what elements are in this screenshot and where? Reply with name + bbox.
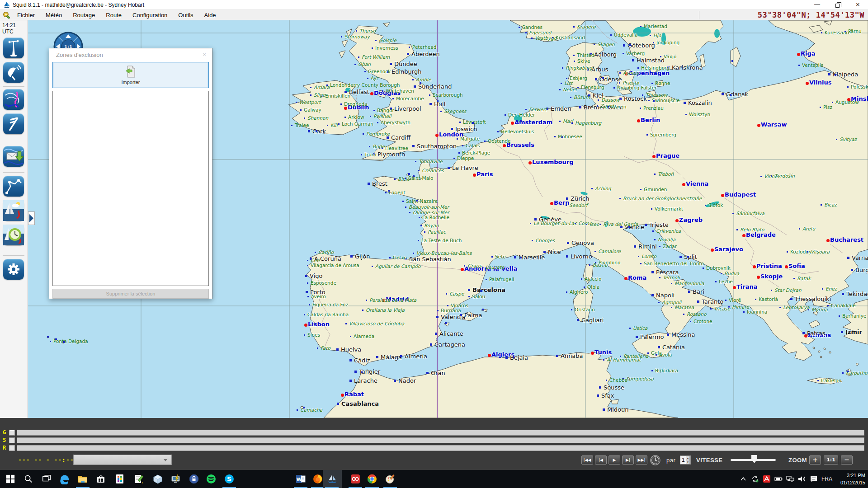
map-label-town: Tralee	[295, 122, 309, 128]
map-label-town: Burhaniye	[842, 313, 866, 319]
exclusion-zones-list[interactable]	[52, 91, 209, 286]
map-label-town: Kárpathos	[846, 370, 868, 375]
zoom-in-button[interactable]: +	[809, 455, 821, 465]
port-dot	[573, 55, 575, 56]
zoom-out-button[interactable]: −	[841, 455, 853, 465]
menu-item-routage[interactable]: Routage	[67, 10, 100, 20]
timeline-toggle-s[interactable]	[9, 437, 15, 443]
timestep-dropdown[interactable]	[73, 455, 172, 465]
tray-network-icon[interactable]	[785, 470, 796, 488]
realtime-clock-button[interactable]	[650, 455, 660, 465]
menu-item-météo[interactable]: Météo	[40, 10, 67, 20]
port-dot	[653, 42, 654, 43]
map-label-town: Fort William	[362, 54, 390, 60]
map-label-town: Tvrdošín	[774, 173, 795, 178]
settings-button[interactable]	[3, 259, 24, 280]
taskbar-chrome[interactable]	[363, 470, 381, 488]
map-label-town: San Benedetto del Tronto	[644, 261, 704, 266]
port-dot	[514, 256, 516, 258]
step-forward-button[interactable]: ▶|	[622, 455, 634, 465]
wind-barb-button[interactable]	[3, 113, 24, 134]
port-dot	[566, 197, 568, 200]
port-dot	[652, 230, 654, 232]
timeline-toggle-r[interactable]	[9, 445, 15, 451]
tray-sync-icon[interactable]	[750, 470, 760, 488]
skip-to-start-button[interactable]: |◀◀	[581, 455, 593, 465]
port-dot	[656, 354, 657, 356]
menu-item-outils[interactable]: Outils	[173, 10, 198, 20]
port-dot	[482, 309, 484, 310]
zoom-reset-button[interactable]: 1:1	[824, 455, 838, 465]
tray-chevron-icon[interactable]	[738, 470, 749, 488]
weather-routing-button[interactable]	[3, 200, 24, 221]
spinner-up-icon[interactable]: ▲	[686, 456, 690, 460]
taskbar-adobe-cc[interactable]	[346, 470, 364, 488]
timeline-track-g[interactable]	[17, 430, 864, 436]
taskbar-store[interactable]	[92, 470, 110, 488]
start-button[interactable]	[1, 470, 19, 488]
tray-avira-icon[interactable]	[761, 470, 772, 488]
restore-button[interactable]	[827, 0, 848, 10]
tray-clock[interactable]: 3:21 PM 01/12/2015	[840, 472, 865, 486]
step-back-button[interactable]: |◀	[595, 455, 607, 465]
skip-to-end-button[interactable]: ▶▶|	[636, 455, 647, 465]
route-edit-button[interactable]	[3, 176, 24, 197]
fronts-analysis-button[interactable]	[3, 89, 24, 110]
capital-dot	[511, 122, 514, 125]
taskbar-office-hub[interactable]	[111, 470, 129, 488]
tray-battery-icon[interactable]	[773, 470, 784, 488]
port-dot	[531, 38, 533, 39]
taskbar-keepass[interactable]	[185, 470, 203, 488]
step-spinner[interactable]: 1 ▲ ▼	[680, 455, 691, 465]
taskbar-edge[interactable]	[56, 470, 74, 488]
tray-notifications-icon[interactable]	[808, 470, 819, 488]
taskbar-3d-app[interactable]	[149, 470, 167, 488]
taskbar-paint[interactable]	[381, 470, 399, 488]
timeline-track-s[interactable]	[17, 437, 864, 443]
map-label-town: Pembroke	[366, 131, 390, 136]
timeline-toggle-g[interactable]	[9, 430, 15, 436]
tray-language-indicator[interactable]: FRA	[820, 470, 834, 488]
search-button[interactable]	[19, 470, 38, 488]
port-dot	[307, 296, 309, 297]
port-dot	[306, 291, 308, 293]
menu-item-aide[interactable]: Aide	[199, 10, 222, 20]
lock-app-icon	[189, 474, 199, 484]
grib-download-button[interactable]	[3, 146, 24, 167]
weather-station-button[interactable]	[3, 38, 24, 58]
delete-selection-button[interactable]: Supprimer la sélection	[52, 289, 209, 299]
taskbar-word[interactable]: W	[292, 470, 310, 488]
taskbar-spotify[interactable]	[202, 470, 220, 488]
task-view-button[interactable]	[38, 470, 56, 488]
menu-item-route[interactable]: Route	[100, 10, 127, 20]
menu-item-fichier[interactable]: Fichier	[12, 10, 40, 20]
satellite-button[interactable]	[3, 62, 24, 83]
import-button[interactable]: Importer	[52, 62, 209, 88]
capital-dot	[652, 155, 656, 158]
dialog-title-bar[interactable]: Zones d'exclusion ×	[49, 48, 212, 61]
port-dot	[437, 100, 439, 102]
play-button[interactable]: ▶	[609, 455, 620, 465]
taskbar-squid-active[interactable]	[323, 470, 342, 488]
taskbar-skype[interactable]: S	[220, 470, 238, 488]
menu-item-configuration[interactable]: Configuration	[127, 10, 173, 20]
taskbar-file-explorer[interactable]	[74, 470, 92, 488]
port-dot	[366, 300, 367, 301]
speed-slider-thumb[interactable]	[751, 455, 757, 463]
map-label-city: Zürich	[571, 195, 590, 202]
taskbar-remote-desktop[interactable]	[167, 470, 185, 488]
port-dot	[297, 409, 298, 411]
map-label-town: Mariestad	[644, 23, 667, 29]
tray-volume-icon[interactable]	[797, 470, 807, 488]
close-button[interactable]: ×	[848, 0, 868, 10]
port-dot	[841, 331, 843, 333]
map-label-city: Hull	[434, 101, 445, 108]
dialog-close-button[interactable]: ×	[200, 51, 208, 59]
spinner-down-icon[interactable]: ▼	[686, 460, 690, 464]
sidebar-expander[interactable]	[28, 211, 35, 225]
timeline-track-r[interactable]	[17, 445, 864, 451]
minimize-button[interactable]: —	[807, 0, 827, 10]
taskbar-notes-app[interactable]	[130, 470, 148, 488]
departure-planner-button[interactable]	[3, 225, 24, 245]
map-label-town: Büsum	[574, 94, 590, 100]
